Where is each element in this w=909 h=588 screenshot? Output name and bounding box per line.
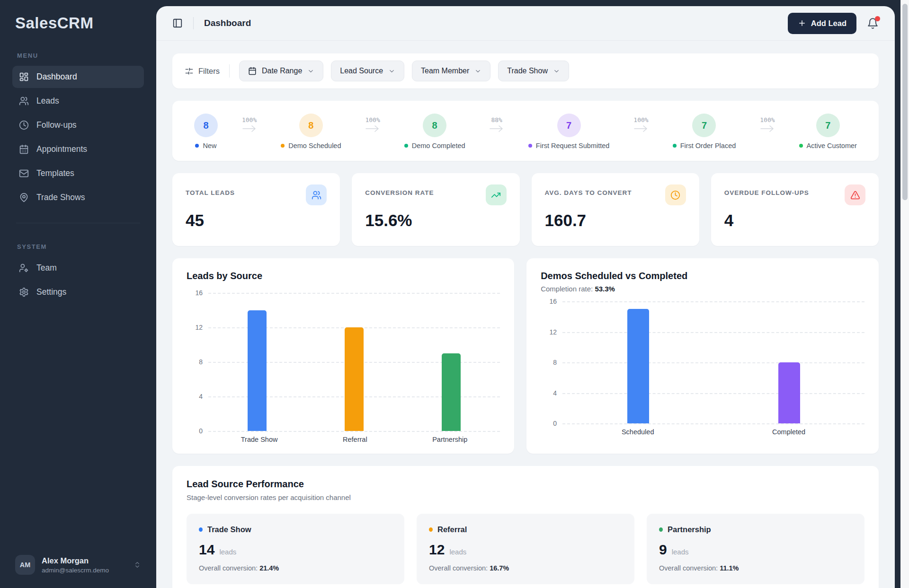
source-leads-unit: leads xyxy=(672,548,689,556)
bar-referral[interactable] xyxy=(345,327,364,431)
trending-up-icon xyxy=(486,184,507,205)
funnel-stage-new: 8 New xyxy=(194,114,218,149)
kpi-conversion-rate: CONVERSION RATE 15.6% xyxy=(352,173,519,246)
y-tick: 4 xyxy=(541,389,557,396)
arrow-right-icon xyxy=(633,124,649,133)
sidebar-item-follow-ups[interactable]: Follow-ups xyxy=(12,114,144,136)
sidebar-item-label: Follow-ups xyxy=(36,120,77,130)
sidebar-item-label: Dashboard xyxy=(36,72,77,82)
conversion-value: 11.1% xyxy=(720,564,739,572)
stage-dot xyxy=(281,144,285,148)
clock-icon xyxy=(19,120,29,130)
sidebar-item-label: Settings xyxy=(36,287,66,297)
dropdown-label: Team Member xyxy=(421,67,469,75)
add-lead-button[interactable]: Add Lead xyxy=(788,13,856,34)
source-card-trade-show: Trade Show 14leads Overall conversion: 2… xyxy=(187,514,404,584)
sidebar-item-settings[interactable]: Settings xyxy=(12,281,144,303)
kpi-label: TOTAL LEADS xyxy=(186,184,235,196)
funnel-stage-active-customer: 7 Active Customer xyxy=(799,114,857,149)
sidebar-item-leads[interactable]: Leads xyxy=(12,90,144,112)
stage-label: First Request Submitted xyxy=(536,142,610,149)
source-dot xyxy=(429,527,433,532)
bar-partnership[interactable] xyxy=(442,353,461,431)
sidebar-item-label: Appointments xyxy=(36,144,87,154)
kpi-avg-days-to-convert: AVG. DAYS TO CONVERT 160.7 xyxy=(532,173,699,246)
x-tick: Scheduled xyxy=(622,428,654,436)
source-leads-unit: leads xyxy=(219,548,236,556)
x-axis-labels: Scheduled Completed xyxy=(562,428,864,436)
sidebar-item-dashboard[interactable]: Dashboard xyxy=(12,66,144,88)
dashboard-content: Filters Date Range Lead Source Team Memb… xyxy=(156,41,895,588)
kpi-value: 45 xyxy=(186,211,327,230)
source-dot xyxy=(199,527,203,532)
user-name: Alex Morgan xyxy=(42,556,127,565)
kpi-row: TOTAL LEADS 45 CONVERSION RATE 15.6 xyxy=(172,173,879,246)
stage-label: Demo Scheduled xyxy=(288,142,341,149)
users-icon xyxy=(19,96,29,106)
chevron-down-icon xyxy=(553,68,560,75)
funnel-transition: 100% xyxy=(633,114,649,133)
stage-dot xyxy=(528,144,532,148)
users-icon xyxy=(306,184,327,205)
sidebar-menu: Dashboard Leads Follow-ups Appointments … xyxy=(12,66,144,209)
stage-dot xyxy=(673,144,677,148)
sidebar-toggle-icon[interactable] xyxy=(172,18,183,28)
dropdown-label: Trade Show xyxy=(507,67,548,75)
dashboard-grid-icon xyxy=(19,72,29,82)
lead-source-dropdown[interactable]: Lead Source xyxy=(331,61,404,81)
x-tick: Trade Show xyxy=(241,436,278,443)
funnel-transition: 88% xyxy=(489,114,504,133)
source-leads-unit: leads xyxy=(449,548,466,556)
conversion-label: Overall conversion: xyxy=(429,564,488,572)
source-name: Referral xyxy=(437,525,467,534)
stage-label: First Order Placed xyxy=(680,142,736,149)
stage-label: Active Customer xyxy=(807,142,857,149)
sidebar-item-appointments[interactable]: Appointments xyxy=(12,138,144,160)
source-card-partnership: Partnership 9leads Overall conversion: 1… xyxy=(647,514,864,584)
user-profile[interactable]: AM Alex Morgan admin@salescrm.demo xyxy=(12,555,144,588)
bar-scheduled[interactable] xyxy=(627,309,649,423)
kpi-total-leads: TOTAL LEADS 45 xyxy=(172,173,340,246)
user-info: Alex Morgan admin@salescrm.demo xyxy=(42,556,127,574)
stage-label: Demo Completed xyxy=(412,142,465,149)
source-leads-count: 12 xyxy=(429,542,445,558)
sidebar-item-trade-shows[interactable]: Trade Shows xyxy=(12,186,144,209)
date-range-dropdown[interactable]: Date Range xyxy=(239,61,323,81)
transition-rate: 100% xyxy=(760,116,775,123)
scrollbar-thumb[interactable] xyxy=(902,4,908,200)
sidebar-system-menu: Team Settings xyxy=(12,257,144,303)
x-tick: Completed xyxy=(772,428,805,436)
bar-chart-plot: 16 12 8 4 0 xyxy=(208,293,500,431)
chevrons-up-down-icon[interactable] xyxy=(134,561,141,569)
stage-count: 7 xyxy=(557,114,581,137)
funnel-transition: 100% xyxy=(242,114,257,133)
arrow-right-icon xyxy=(489,124,504,133)
y-tick: 16 xyxy=(541,298,557,305)
x-tick: Referral xyxy=(343,436,367,443)
stage-dot xyxy=(799,144,803,148)
pipeline-funnel: 8 New 100% 8 Demo Scheduled 100% 8 D xyxy=(172,101,879,161)
user-gear-icon xyxy=(19,263,29,273)
y-tick: 0 xyxy=(187,427,203,435)
scrollbar-track[interactable] xyxy=(900,0,909,588)
sidebar-item-templates[interactable]: Templates xyxy=(12,162,144,184)
gear-icon xyxy=(19,287,29,297)
leads-by-source-chart: Leads by Source 16 12 8 4 0 xyxy=(172,258,514,454)
bar-trade-show[interactable] xyxy=(248,310,267,431)
chevron-down-icon xyxy=(307,68,314,75)
section-subtitle: Stage-level conversion rates per acquisi… xyxy=(187,493,864,501)
bar-completed[interactable] xyxy=(778,362,800,423)
x-tick: Partnership xyxy=(432,436,467,443)
app-logo: SalesCRM xyxy=(15,14,141,32)
dropdown-label: Date Range xyxy=(262,67,302,75)
arrow-right-icon xyxy=(242,124,257,133)
y-tick: 4 xyxy=(187,393,203,400)
demos-scheduled-vs-completed-chart: Demos Scheduled vs Completed Completion … xyxy=(526,258,879,454)
arrow-right-icon xyxy=(760,124,775,133)
trade-show-dropdown[interactable]: Trade Show xyxy=(498,61,569,81)
notifications-button[interactable] xyxy=(867,18,879,29)
filters-bar: Filters Date Range Lead Source Team Memb… xyxy=(172,53,879,88)
source-dot xyxy=(659,527,663,532)
sidebar-item-team[interactable]: Team xyxy=(12,257,144,279)
team-member-dropdown[interactable]: Team Member xyxy=(412,61,490,81)
